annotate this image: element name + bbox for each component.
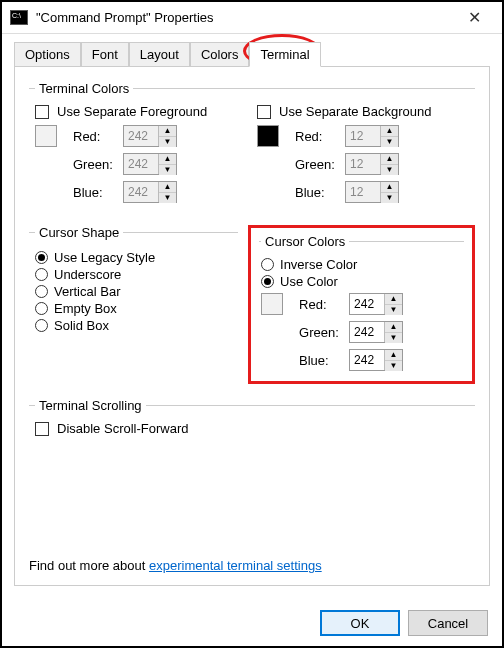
label-empty: Empty Box — [54, 301, 117, 316]
swatch-bg[interactable] — [257, 125, 279, 147]
close-icon[interactable]: ✕ — [454, 2, 494, 34]
radio-underscore[interactable] — [35, 268, 48, 281]
legend-scrolling: Terminal Scrolling — [35, 398, 146, 413]
radio-inverse[interactable] — [261, 258, 274, 271]
tab-colors[interactable]: Colors — [190, 42, 250, 67]
chevron-down-icon: ▼ — [159, 137, 176, 147]
checkbox-separate-fg[interactable] — [35, 105, 49, 119]
radio-vbar[interactable] — [35, 285, 48, 298]
radio-legacy[interactable] — [35, 251, 48, 264]
legend-terminal-colors: Terminal Colors — [35, 81, 133, 96]
checkbox-disable-scroll[interactable] — [35, 422, 49, 436]
spinner-bg-blue[interactable]: ▲▼ — [345, 181, 399, 203]
chevron-up-icon: ▲ — [159, 126, 176, 137]
label-fg-blue: Blue: — [73, 185, 117, 200]
label-underscore: Underscore — [54, 267, 121, 282]
spinner-fg-green[interactable]: ▲▼ — [123, 153, 177, 175]
label-disable-scroll: Disable Scroll-Forward — [57, 421, 188, 436]
group-cursor-colors: Cursor Colors Inverse Color Use Color Re… — [259, 234, 464, 371]
label-cc-red: Red: — [299, 297, 343, 312]
label-fg-red: Red: — [73, 129, 117, 144]
label-bg-blue: Blue: — [295, 185, 339, 200]
label-inverse: Inverse Color — [280, 257, 357, 272]
app-icon — [10, 10, 28, 25]
group-scrolling: Terminal Scrolling Disable Scroll-Forwar… — [29, 398, 475, 444]
radio-solid[interactable] — [35, 319, 48, 332]
annotation-highlight-box: Cursor Colors Inverse Color Use Color Re… — [248, 225, 475, 384]
group-cursor-shape: Cursor Shape Use Legacy Style Underscore… — [29, 225, 238, 343]
window-title: "Command Prompt" Properties — [36, 10, 454, 25]
label-separate-fg: Use Separate Foreground — [57, 104, 207, 119]
tab-layout[interactable]: Layout — [129, 42, 190, 67]
help-link[interactable]: experimental terminal settings — [149, 558, 322, 573]
swatch-fg[interactable] — [35, 125, 57, 147]
label-solid: Solid Box — [54, 318, 109, 333]
tab-terminal[interactable]: Terminal — [249, 42, 320, 67]
label-cc-green: Green: — [299, 325, 343, 340]
ok-button[interactable]: OK — [320, 610, 400, 636]
cancel-button[interactable]: Cancel — [408, 610, 488, 636]
spinner-cc-green[interactable]: ▲▼ — [349, 321, 403, 343]
checkbox-separate-bg[interactable] — [257, 105, 271, 119]
label-usecolor: Use Color — [280, 274, 338, 289]
help-prefix: Find out more about — [29, 558, 149, 573]
group-terminal-colors: Terminal Colors Use Separate Foreground … — [29, 81, 475, 211]
tab-font[interactable]: Font — [81, 42, 129, 67]
label-vbar: Vertical Bar — [54, 284, 120, 299]
spinner-bg-green[interactable]: ▲▼ — [345, 153, 399, 175]
radio-empty[interactable] — [35, 302, 48, 315]
radio-usecolor[interactable] — [261, 275, 274, 288]
spinner-cc-red[interactable]: ▲▼ — [349, 293, 403, 315]
swatch-cursor[interactable] — [261, 293, 283, 315]
legend-cursor-shape: Cursor Shape — [35, 225, 123, 240]
label-cc-blue: Blue: — [299, 353, 343, 368]
label-bg-red: Red: — [295, 129, 339, 144]
tab-options[interactable]: Options — [14, 42, 81, 67]
legend-cursor-colors: Cursor Colors — [261, 234, 349, 249]
label-fg-green: Green: — [73, 157, 117, 172]
spinner-fg-red[interactable]: ▲▼ — [123, 125, 177, 147]
spinner-bg-red[interactable]: ▲▼ — [345, 125, 399, 147]
label-separate-bg: Use Separate Background — [279, 104, 431, 119]
label-bg-green: Green: — [295, 157, 339, 172]
spinner-fg-blue[interactable]: ▲▼ — [123, 181, 177, 203]
label-legacy: Use Legacy Style — [54, 250, 155, 265]
spinner-cc-blue[interactable]: ▲▼ — [349, 349, 403, 371]
